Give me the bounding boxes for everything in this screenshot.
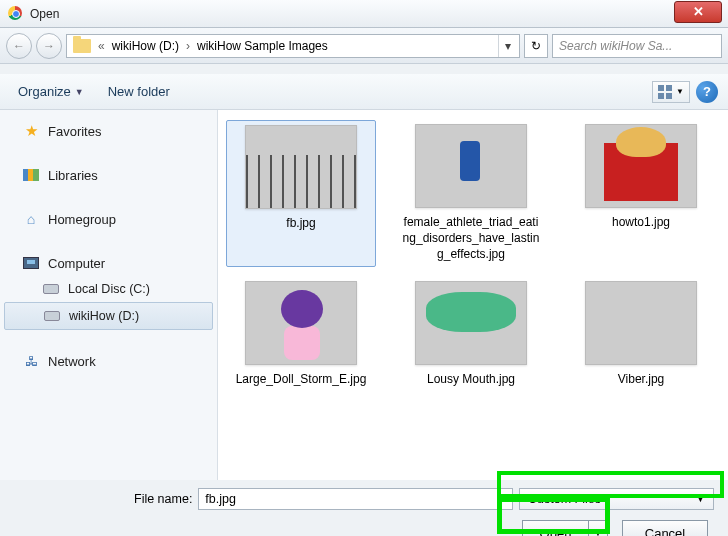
open-button[interactable]: Open ▼ <box>522 520 608 536</box>
chevron-down-icon: ▼ <box>497 494 506 504</box>
sidebar-label: Libraries <box>48 168 98 183</box>
cancel-label: Cancel <box>645 526 685 537</box>
search-input[interactable]: Search wikiHow Sa... <box>552 34 722 58</box>
refresh-icon: ↻ <box>531 39 541 53</box>
close-button[interactable]: ✕ <box>674 1 722 23</box>
sidebar-label: Local Disc (C:) <box>68 282 150 296</box>
sidebar-label: Computer <box>48 256 105 271</box>
main-area: ★ Favorites Libraries ⌂ Homegroup Comput… <box>0 110 728 480</box>
drive-icon <box>43 308 61 324</box>
help-icon: ? <box>703 84 711 99</box>
sidebar-item-network[interactable]: 🖧 Network <box>4 348 213 374</box>
file-name: howto1.jpg <box>612 214 670 230</box>
arrow-right-icon: → <box>43 39 55 53</box>
file-name: female_athlete_triad_eating_disorders_ha… <box>401 214 541 263</box>
open-dropdown[interactable]: ▼ <box>589 528 607 536</box>
breadcrumb-part[interactable]: wikiHow (D:) <box>108 39 183 53</box>
forward-button[interactable]: → <box>36 33 62 59</box>
organize-label: Organize <box>18 84 71 99</box>
filename-value: fb.jpg <box>205 492 236 506</box>
window-title: Open <box>30 7 674 21</box>
sidebar-item-drive-c[interactable]: Local Disc (C:) <box>4 276 213 302</box>
thumbnail-grid: fb.jpg female_athlete_triad_eating_disor… <box>226 120 720 391</box>
toolbar: Organize ▼ New folder ▼ ? <box>0 74 728 110</box>
file-item[interactable]: howto1.jpg <box>566 120 716 267</box>
sidebar: ★ Favorites Libraries ⌂ Homegroup Comput… <box>0 110 218 480</box>
chevron-right-icon: › <box>183 39 193 53</box>
sidebar-item-computer[interactable]: Computer <box>4 250 213 276</box>
address-dropdown[interactable]: ▾ <box>498 35 517 57</box>
back-button[interactable]: ← <box>6 33 32 59</box>
file-item[interactable]: female_athlete_triad_eating_disorders_ha… <box>396 120 546 267</box>
thumbnail-image <box>585 124 697 208</box>
filter-label: Custom Files <box>528 492 601 506</box>
new-folder-button[interactable]: New folder <box>100 80 178 103</box>
breadcrumb-part[interactable]: wikiHow Sample Images <box>193 39 332 53</box>
refresh-button[interactable]: ↻ <box>524 34 548 58</box>
file-name: Viber.jpg <box>618 371 664 387</box>
bottom-bar: File name: fb.jpg ▼ Custom Files ▼ Open … <box>0 480 728 536</box>
chevron-down-icon: ▼ <box>75 87 84 97</box>
address-bar[interactable]: « wikiHow (D:) › wikiHow Sample Images ▾ <box>66 34 520 58</box>
sidebar-label: Network <box>48 354 96 369</box>
search-placeholder: Search wikiHow Sa... <box>559 39 672 53</box>
chevron-down-icon: ▼ <box>676 87 684 96</box>
arrow-left-icon: ← <box>13 39 25 53</box>
close-icon: ✕ <box>693 4 704 19</box>
chrome-icon <box>8 6 24 22</box>
cancel-button[interactable]: Cancel <box>622 520 708 536</box>
sidebar-label: Favorites <box>48 124 101 139</box>
homegroup-icon: ⌂ <box>22 211 40 227</box>
help-button[interactable]: ? <box>696 81 718 103</box>
thumbnail-image <box>245 125 357 209</box>
organize-button[interactable]: Organize ▼ <box>10 80 92 103</box>
file-name: Large_Doll_Storm_E.jpg <box>236 371 367 387</box>
thumbnail-image <box>585 281 697 365</box>
network-icon: 🖧 <box>22 353 40 369</box>
file-pane[interactable]: fb.jpg female_athlete_triad_eating_disor… <box>218 110 728 480</box>
file-item[interactable]: Large_Doll_Storm_E.jpg <box>226 277 376 391</box>
thumbnail-image <box>245 281 357 365</box>
filename-input[interactable]: fb.jpg ▼ <box>198 488 513 510</box>
nav-bar: ← → « wikiHow (D:) › wikiHow Sample Imag… <box>0 28 728 64</box>
chevron-down-icon: ▼ <box>696 494 705 504</box>
title-bar: Open ✕ <box>0 0 728 28</box>
sidebar-item-homegroup[interactable]: ⌂ Homegroup <box>4 206 213 232</box>
breadcrumb-prefix: « <box>95 39 108 53</box>
file-name: Lousy Mouth.jpg <box>427 371 515 387</box>
folder-icon <box>73 39 91 53</box>
thumbnail-image <box>415 124 527 208</box>
thumbnail-image <box>415 281 527 365</box>
sidebar-item-favorites[interactable]: ★ Favorites <box>4 118 213 144</box>
drive-icon <box>42 281 60 297</box>
libraries-icon <box>22 167 40 183</box>
filename-label: File name: <box>134 492 192 506</box>
file-type-filter[interactable]: Custom Files ▼ <box>519 488 714 510</box>
file-item[interactable]: fb.jpg <box>226 120 376 267</box>
grid-icon <box>658 85 672 99</box>
file-item[interactable]: Lousy Mouth.jpg <box>396 277 546 391</box>
sidebar-item-libraries[interactable]: Libraries <box>4 162 213 188</box>
view-mode-button[interactable]: ▼ <box>652 81 690 103</box>
sidebar-label: wikiHow (D:) <box>69 309 139 323</box>
computer-icon <box>22 255 40 271</box>
new-folder-label: New folder <box>108 84 170 99</box>
file-item[interactable]: Viber.jpg <box>566 277 716 391</box>
sidebar-label: Homegroup <box>48 212 116 227</box>
open-label: Open <box>523 521 589 536</box>
star-icon: ★ <box>22 123 40 139</box>
sidebar-item-drive-d[interactable]: wikiHow (D:) <box>4 302 213 330</box>
file-name: fb.jpg <box>286 215 315 231</box>
